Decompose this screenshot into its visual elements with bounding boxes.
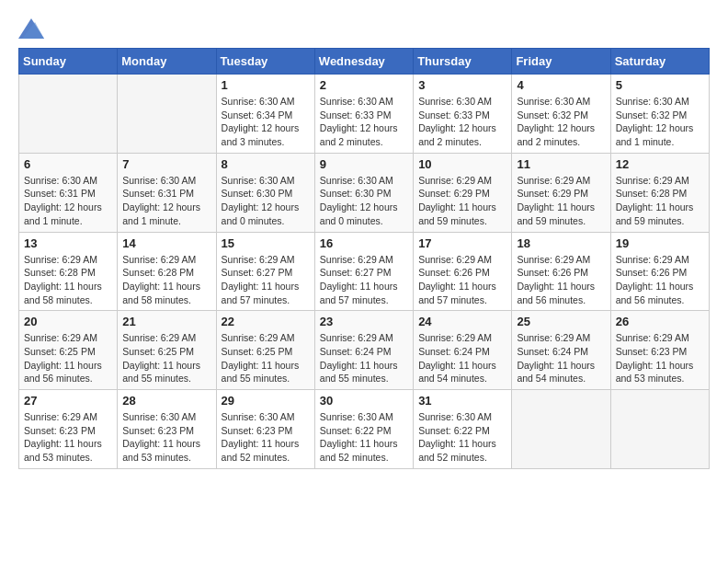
calendar-week-row: 27Sunrise: 6:29 AMSunset: 6:23 PMDayligh…	[19, 390, 710, 469]
day-info: Sunrise: 6:30 AMSunset: 6:31 PMDaylight:…	[24, 174, 112, 228]
day-number: 16	[320, 236, 408, 250]
calendar-day-cell: 7Sunrise: 6:30 AMSunset: 6:31 PMDaylight…	[118, 153, 216, 232]
weekday-header: Saturday	[610, 49, 709, 75]
day-info: Sunrise: 6:30 AMSunset: 6:34 PMDaylight:…	[222, 95, 310, 149]
calendar-week-row: 6Sunrise: 6:30 AMSunset: 6:31 PMDaylight…	[19, 153, 710, 232]
calendar-day-cell: 23Sunrise: 6:29 AMSunset: 6:24 PMDayligh…	[314, 311, 413, 390]
day-number: 1	[222, 78, 310, 92]
calendar-day-cell: 22Sunrise: 6:29 AMSunset: 6:25 PMDayligh…	[216, 311, 314, 390]
day-number: 25	[517, 315, 605, 328]
calendar-day-cell: 13Sunrise: 6:29 AMSunset: 6:28 PMDayligh…	[19, 232, 118, 311]
calendar-day-cell: 25Sunrise: 6:29 AMSunset: 6:24 PMDayligh…	[512, 311, 610, 390]
day-info: Sunrise: 6:30 AMSunset: 6:22 PMDaylight:…	[418, 410, 506, 465]
day-info: Sunrise: 6:30 AMSunset: 6:23 PMDaylight:…	[222, 410, 310, 465]
day-info: Sunrise: 6:30 AMSunset: 6:30 PMDaylight:…	[320, 174, 408, 228]
day-info: Sunrise: 6:29 AMSunset: 6:23 PMDaylight:…	[24, 410, 112, 465]
day-number: 27	[24, 394, 112, 408]
day-number: 11	[517, 157, 605, 171]
calendar-day-cell: 12Sunrise: 6:29 AMSunset: 6:28 PMDayligh…	[610, 153, 709, 232]
calendar-day-cell: 6Sunrise: 6:30 AMSunset: 6:31 PMDaylight…	[19, 153, 118, 232]
day-info: Sunrise: 6:30 AMSunset: 6:30 PMDaylight:…	[222, 174, 310, 228]
calendar-day-cell	[610, 390, 709, 469]
calendar-day-cell: 30Sunrise: 6:30 AMSunset: 6:22 PMDayligh…	[314, 390, 413, 469]
day-number: 23	[320, 315, 408, 328]
day-number: 9	[320, 157, 408, 171]
day-info: Sunrise: 6:29 AMSunset: 6:26 PMDaylight:…	[616, 253, 704, 307]
day-number: 15	[222, 236, 310, 250]
logo	[18, 18, 48, 39]
calendar-day-cell: 29Sunrise: 6:30 AMSunset: 6:23 PMDayligh…	[216, 390, 314, 469]
calendar-day-cell: 26Sunrise: 6:29 AMSunset: 6:23 PMDayligh…	[610, 311, 709, 390]
day-number: 26	[616, 315, 704, 328]
day-info: Sunrise: 6:29 AMSunset: 6:29 PMDaylight:…	[517, 174, 605, 228]
calendar-day-cell: 2Sunrise: 6:30 AMSunset: 6:33 PMDaylight…	[314, 75, 413, 154]
day-info: Sunrise: 6:29 AMSunset: 6:25 PMDaylight:…	[122, 331, 210, 385]
day-number: 13	[24, 236, 112, 250]
weekday-header: Friday	[512, 49, 610, 75]
day-info: Sunrise: 6:30 AMSunset: 6:33 PMDaylight:…	[320, 95, 408, 149]
day-info: Sunrise: 6:29 AMSunset: 6:27 PMDaylight:…	[222, 253, 310, 307]
day-number: 10	[418, 157, 506, 171]
calendar-day-cell	[19, 75, 118, 154]
weekday-header: Thursday	[414, 49, 512, 75]
day-info: Sunrise: 6:30 AMSunset: 6:33 PMDaylight:…	[418, 95, 506, 149]
day-number: 17	[418, 236, 506, 250]
day-number: 8	[222, 157, 310, 171]
calendar-day-cell: 17Sunrise: 6:29 AMSunset: 6:26 PMDayligh…	[414, 232, 512, 311]
calendar-day-cell: 16Sunrise: 6:29 AMSunset: 6:27 PMDayligh…	[314, 232, 413, 311]
day-number: 20	[24, 315, 112, 328]
calendar-day-cell: 8Sunrise: 6:30 AMSunset: 6:30 PMDaylight…	[216, 153, 314, 232]
day-number: 2	[320, 78, 408, 92]
calendar-day-cell: 19Sunrise: 6:29 AMSunset: 6:26 PMDayligh…	[610, 232, 709, 311]
calendar-day-cell: 15Sunrise: 6:29 AMSunset: 6:27 PMDayligh…	[216, 232, 314, 311]
calendar-day-cell: 4Sunrise: 6:30 AMSunset: 6:32 PMDaylight…	[512, 75, 610, 154]
day-number: 29	[222, 394, 310, 408]
weekday-header: Monday	[118, 49, 216, 75]
day-info: Sunrise: 6:29 AMSunset: 6:24 PMDaylight:…	[517, 331, 605, 385]
calendar-day-cell: 21Sunrise: 6:29 AMSunset: 6:25 PMDayligh…	[118, 311, 216, 390]
logo-icon	[18, 18, 44, 39]
calendar-week-row: 13Sunrise: 6:29 AMSunset: 6:28 PMDayligh…	[19, 232, 710, 311]
calendar-day-cell: 11Sunrise: 6:29 AMSunset: 6:29 PMDayligh…	[512, 153, 610, 232]
calendar-week-row: 20Sunrise: 6:29 AMSunset: 6:25 PMDayligh…	[19, 311, 710, 390]
calendar-week-row: 1Sunrise: 6:30 AMSunset: 6:34 PMDaylight…	[19, 75, 710, 154]
calendar-day-cell: 24Sunrise: 6:29 AMSunset: 6:24 PMDayligh…	[414, 311, 512, 390]
day-number: 4	[517, 78, 605, 92]
day-info: Sunrise: 6:30 AMSunset: 6:32 PMDaylight:…	[517, 95, 605, 149]
day-info: Sunrise: 6:29 AMSunset: 6:26 PMDaylight:…	[418, 253, 506, 307]
calendar-day-cell: 3Sunrise: 6:30 AMSunset: 6:33 PMDaylight…	[414, 75, 512, 154]
day-info: Sunrise: 6:30 AMSunset: 6:31 PMDaylight:…	[122, 174, 210, 228]
calendar-table: SundayMondayTuesdayWednesdayThursdayFrid…	[18, 48, 710, 469]
weekday-header: Sunday	[19, 49, 118, 75]
day-info: Sunrise: 6:30 AMSunset: 6:32 PMDaylight:…	[616, 95, 704, 149]
day-info: Sunrise: 6:30 AMSunset: 6:23 PMDaylight:…	[122, 410, 210, 465]
day-number: 19	[616, 236, 704, 250]
calendar-day-cell: 1Sunrise: 6:30 AMSunset: 6:34 PMDaylight…	[216, 75, 314, 154]
calendar-day-cell	[512, 390, 610, 469]
day-number: 12	[616, 157, 704, 171]
day-number: 3	[418, 78, 506, 92]
day-number: 28	[122, 394, 210, 408]
day-info: Sunrise: 6:29 AMSunset: 6:26 PMDaylight:…	[517, 253, 605, 307]
weekday-header: Tuesday	[216, 49, 314, 75]
calendar-day-cell: 5Sunrise: 6:30 AMSunset: 6:32 PMDaylight…	[610, 75, 709, 154]
day-number: 14	[122, 236, 210, 250]
day-info: Sunrise: 6:29 AMSunset: 6:24 PMDaylight:…	[320, 331, 408, 385]
weekday-header-row: SundayMondayTuesdayWednesdayThursdayFrid…	[19, 49, 710, 75]
calendar-day-cell: 18Sunrise: 6:29 AMSunset: 6:26 PMDayligh…	[512, 232, 610, 311]
day-info: Sunrise: 6:29 AMSunset: 6:28 PMDaylight:…	[122, 253, 210, 307]
day-info: Sunrise: 6:29 AMSunset: 6:27 PMDaylight:…	[320, 253, 408, 307]
day-info: Sunrise: 6:29 AMSunset: 6:29 PMDaylight:…	[418, 174, 506, 228]
day-info: Sunrise: 6:30 AMSunset: 6:22 PMDaylight:…	[320, 410, 408, 465]
day-info: Sunrise: 6:29 AMSunset: 6:23 PMDaylight:…	[616, 331, 704, 385]
day-info: Sunrise: 6:29 AMSunset: 6:28 PMDaylight:…	[24, 253, 112, 307]
day-number: 30	[320, 394, 408, 408]
weekday-header: Wednesday	[314, 49, 413, 75]
calendar-day-cell: 28Sunrise: 6:30 AMSunset: 6:23 PMDayligh…	[118, 390, 216, 469]
calendar-day-cell: 9Sunrise: 6:30 AMSunset: 6:30 PMDaylight…	[314, 153, 413, 232]
day-number: 21	[122, 315, 210, 328]
day-number: 24	[418, 315, 506, 328]
calendar-day-cell: 10Sunrise: 6:29 AMSunset: 6:29 PMDayligh…	[414, 153, 512, 232]
day-info: Sunrise: 6:29 AMSunset: 6:25 PMDaylight:…	[24, 331, 112, 385]
day-info: Sunrise: 6:29 AMSunset: 6:24 PMDaylight:…	[418, 331, 506, 385]
